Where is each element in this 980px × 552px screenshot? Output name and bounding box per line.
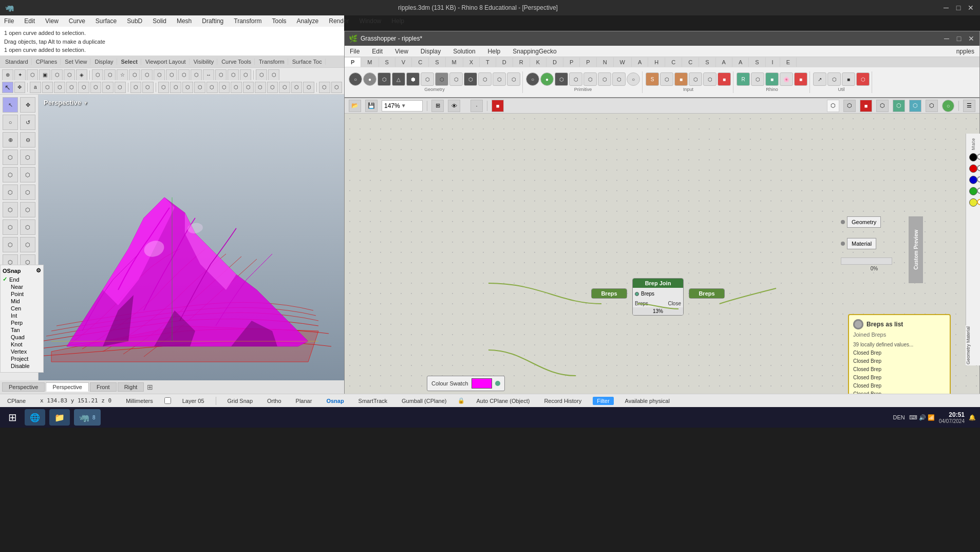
gh-prim-8[interactable]: ○: [627, 72, 640, 86]
toolbar-btn-13[interactable]: ⬡: [154, 69, 165, 81]
gh-tab-P3[interactable]: P: [580, 58, 596, 67]
mat-color-red[interactable]: [969, 164, 977, 173]
toolbar-icon-v[interactable]: ⬡: [291, 82, 303, 93]
gh-prim-5[interactable]: ⬡: [583, 72, 597, 86]
taskbar-explorer[interactable]: 📁: [49, 409, 70, 426]
gh-icon-brep[interactable]: ⬡: [449, 72, 463, 86]
vp-tab-front[interactable]: Front: [90, 382, 117, 392]
gh-icon-box[interactable]: ⬡: [378, 72, 391, 86]
gh-rh-4[interactable]: 🌸: [780, 72, 793, 86]
gh-geometry-node[interactable]: Geometry: [847, 216, 881, 228]
menu-tools[interactable]: Tools: [270, 16, 289, 26]
status-record-history[interactable]: Record History: [541, 397, 585, 405]
gh-tab-X[interactable]: X: [463, 58, 480, 67]
tab-transform[interactable]: Transform: [256, 59, 288, 65]
toolbar-btn-2[interactable]: ✦: [14, 69, 26, 81]
gh-canvas-save[interactable]: 💾: [365, 100, 378, 112]
tab-visibility[interactable]: Visibility: [191, 59, 218, 65]
vp-tab-perspective-1[interactable]: Perspective: [2, 382, 45, 392]
toolbar-btn-9[interactable]: ⬡: [104, 69, 116, 81]
gh-rh-5[interactable]: ■: [794, 72, 807, 86]
osnap-item-point[interactable]: Point: [3, 291, 41, 297]
gh-tab-R[interactable]: R: [513, 58, 530, 67]
gh-prim-2[interactable]: ●: [540, 72, 554, 86]
toolbar-icon-b[interactable]: ⬡: [42, 82, 53, 93]
gh-canvas-r6[interactable]: ⬡: [909, 100, 921, 112]
gh-icon-mesh[interactable]: ⬢: [406, 72, 420, 86]
menu-solid[interactable]: Solid: [150, 16, 168, 26]
toolbar-btn-1[interactable]: ⊕: [2, 69, 13, 81]
toolbar-icon-j[interactable]: ⬡: [142, 82, 154, 93]
gh-util-3[interactable]: ■: [842, 72, 855, 86]
tab-display[interactable]: Display: [91, 59, 117, 65]
tab-viewport-layout[interactable]: Viewport Layout: [142, 59, 190, 65]
gh-prim-7[interactable]: ⬡: [612, 72, 626, 86]
toolbar-icon-p[interactable]: ⬡: [219, 82, 230, 93]
osnap-item-vertex[interactable]: Vertex: [3, 348, 41, 355]
status-ortho[interactable]: Ortho: [264, 397, 285, 405]
colour-swatch-color[interactable]: [472, 378, 492, 389]
status-auto-cplane[interactable]: Auto CPlane (Object): [473, 397, 533, 405]
toolbar-icon-c[interactable]: ⬡: [54, 82, 65, 93]
gh-tab-C[interactable]: C: [412, 58, 429, 67]
toolbar-btn-21[interactable]: ⬡: [256, 69, 267, 81]
toolbar-icon-i[interactable]: ⬡: [130, 82, 142, 93]
tool-o[interactable]: ⬡: [3, 237, 18, 252]
gh-util-1[interactable]: ↗: [813, 72, 826, 86]
tool-d[interactable]: ⊖: [20, 132, 35, 148]
toolbar-icon-arrow[interactable]: ↖: [2, 82, 13, 93]
gh-canvas-r8[interactable]: ○: [942, 100, 954, 112]
osnap-item-tan[interactable]: Tan: [3, 327, 41, 333]
gh-tab-V[interactable]: V: [395, 58, 412, 67]
gh-canvas-r3[interactable]: ■: [860, 100, 872, 112]
menu-file[interactable]: File: [2, 16, 16, 26]
toolbar-icon-g[interactable]: ⬡: [102, 82, 114, 93]
toolbar-icon-h[interactable]: ⬡: [115, 82, 126, 93]
gh-tab-K[interactable]: K: [530, 58, 546, 67]
gh-menu-help[interactable]: Help: [485, 47, 504, 56]
toolbar-btn-10[interactable]: ☆: [117, 69, 128, 81]
gh-rh-1[interactable]: R: [737, 72, 750, 86]
toolbar-btn-6[interactable]: ⬡: [64, 69, 75, 81]
toolbar-btn-8[interactable]: ⬡: [92, 69, 103, 81]
osnap-item-quad[interactable]: Quad: [3, 334, 41, 340]
toolbar-icon-move[interactable]: ✥: [14, 82, 26, 93]
custom-preview-btn[interactable]: Custom Preview: [909, 216, 923, 283]
gh-tab-M[interactable]: M: [361, 58, 379, 67]
tool-k[interactable]: ⬡: [3, 202, 18, 217]
gh-canvas[interactable]: Breps Brep Join Breps Breps Close 13% Br…: [345, 114, 979, 397]
status-planar[interactable]: Planar: [293, 397, 315, 405]
tab-surface-toc[interactable]: Surface Toc: [289, 59, 326, 65]
tool-g[interactable]: ⬡: [3, 167, 18, 182]
gh-prim-1[interactable]: ○: [526, 72, 539, 86]
gh-tab-A3[interactable]: A: [732, 58, 749, 67]
toolbar-icon-r[interactable]: ⬡: [243, 82, 254, 93]
tool-a[interactable]: ○: [3, 115, 18, 130]
tool-i[interactable]: ⬡: [3, 185, 18, 200]
toolbar-icon-y[interactable]: ⬡: [331, 82, 343, 93]
gh-inp-6[interactable]: ■: [718, 72, 731, 86]
gh-rh-3[interactable]: ■: [765, 72, 779, 86]
osnap-item-knot[interactable]: Knot: [3, 341, 41, 347]
osnap-item-mid[interactable]: Mid: [3, 298, 41, 304]
menu-help[interactable]: Help: [389, 16, 406, 26]
menu-view[interactable]: View: [43, 16, 61, 26]
gh-tab-S2[interactable]: S: [429, 58, 445, 67]
toolbar-icon-f[interactable]: ⬡: [90, 82, 102, 93]
gh-prim-3[interactable]: ⬡: [555, 72, 568, 86]
toolbar-btn-20[interactable]: ⬡: [240, 69, 251, 81]
gh-menu-snapping[interactable]: SnappingGecko: [510, 47, 559, 56]
menu-curve[interactable]: Curve: [67, 16, 87, 26]
menu-window[interactable]: Window: [357, 16, 384, 26]
status-cplane[interactable]: CPlane: [4, 397, 29, 405]
gh-canvas-r2[interactable]: ⬡: [843, 100, 856, 112]
toolbar-icon-l[interactable]: ⬡: [170, 82, 181, 93]
taskbar-browser[interactable]: 🌐: [25, 409, 45, 426]
gh-icon-solid[interactable]: ⬡: [435, 72, 448, 86]
gh-prim-4[interactable]: ⬡: [569, 72, 582, 86]
tool-f[interactable]: ⬡: [20, 150, 35, 165]
gh-tab-I[interactable]: I: [766, 58, 780, 67]
gh-frame-btn[interactable]: ⊞: [431, 100, 444, 112]
gh-menu-file[interactable]: File: [347, 47, 363, 56]
vp-tab-expand-btn[interactable]: ⊞: [145, 382, 155, 392]
